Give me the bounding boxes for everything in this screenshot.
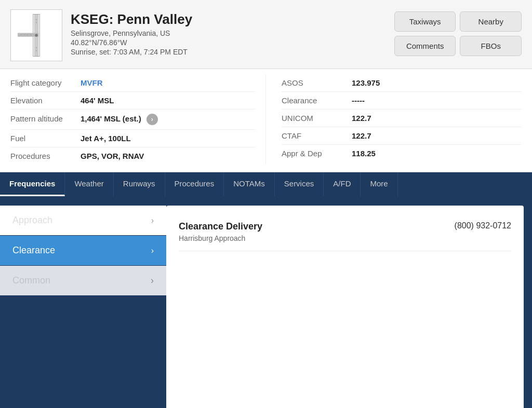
flight-category-label: Flight category [10, 78, 81, 87]
svg-point-6 [35, 34, 37, 36]
tab-bar: Frequencies Weather Runways Procedures N… [0, 172, 532, 197]
appr-dep-label: Appr & Dep [282, 149, 352, 158]
freq-detail-subtitle: Harrisburg Approach [179, 234, 262, 242]
tab-procedures[interactable]: Procedures [165, 172, 224, 196]
comments-button[interactable]: Comments [394, 36, 456, 56]
ctaf-value: 122.7 [352, 131, 371, 140]
appr-dep-row: Appr & Dep 118.25 [282, 145, 522, 162]
freq-detail-title: Clearance Delivery [179, 221, 262, 232]
elevation-value: 464' MSL [81, 96, 114, 105]
freq-item-clearance[interactable]: Clearance › [0, 236, 166, 265]
fuel-row: Fuel Jet A+, 100LL [10, 130, 255, 147]
taxiways-button[interactable]: Taxiways [394, 11, 456, 32]
airport-header-left: KSEG: Penn Valley Selinsgrove, Pennsylva… [10, 9, 192, 61]
procedures-row: Procedures GPS, VOR, RNAV [10, 147, 255, 165]
elevation-label: Elevation [10, 96, 81, 105]
freq-detail: Clearance Delivery Harrisburg Approach (… [166, 206, 524, 408]
tab-notams[interactable]: NOTAMs [224, 172, 275, 196]
airport-title: KSEG: Penn Valley [71, 11, 192, 28]
data-grid: Flight category MVFR Elevation 464' MSL … [0, 69, 532, 172]
content-area: Approach › Clearance › Common › Clearanc… [0, 197, 532, 408]
flight-category-row: Flight category MVFR [10, 74, 255, 92]
freq-item-clearance-label: Clearance [12, 245, 55, 256]
freq-item-approach-label: Approach [12, 215, 52, 226]
approach-chevron-icon: › [151, 216, 154, 225]
elevation-row: Elevation 464' MSL [10, 92, 255, 110]
header-buttons: Taxiways Nearby Comments FBOs [394, 9, 522, 56]
asos-label: ASOS [282, 78, 352, 87]
pattern-altitude-row: Pattern altitude 1,464' MSL (est.) › [10, 110, 255, 130]
fuel-value: Jet A+, 100LL [81, 134, 131, 143]
unicom-row: UNICOM 122.7 [282, 110, 522, 127]
pattern-altitude-label: Pattern altitude [10, 114, 81, 123]
data-col-left: Flight category MVFR Elevation 464' MSL … [10, 74, 266, 165]
tab-runways[interactable]: Runways [114, 172, 165, 196]
airport-info: KSEG: Penn Valley Selinsgrove, Pennsylva… [71, 9, 192, 56]
freq-detail-phone[interactable]: (800) 932-0712 [455, 221, 511, 230]
freq-item-approach[interactable]: Approach › [0, 206, 166, 235]
fuel-label: Fuel [10, 134, 81, 143]
airport-coords: 40.82°N/76.86°W [71, 38, 192, 47]
procedures-label: Procedures [10, 152, 81, 160]
appr-dep-value: 118.25 [352, 149, 376, 158]
asos-value: 123.975 [352, 78, 380, 87]
airport-diagram [10, 9, 62, 61]
data-col-right: ASOS 123.975 Clearance ----- UNICOM 122.… [266, 74, 522, 165]
ctaf-label: CTAF [282, 131, 352, 140]
asos-row: ASOS 123.975 [282, 74, 522, 92]
airport-sun: Sunrise, set: 7:03 AM, 7:24 PM EDT [71, 48, 192, 56]
tab-services[interactable]: Services [275, 172, 324, 196]
ctaf-row: CTAF 122.7 [282, 127, 522, 145]
freq-detail-info: Clearance Delivery Harrisburg Approach [179, 221, 262, 246]
freq-item-common-label: Common [12, 275, 50, 286]
unicom-label: UNICOM [282, 114, 352, 123]
freq-list: Approach › Clearance › Common › [0, 197, 166, 408]
tab-weather[interactable]: Weather [65, 172, 113, 196]
tab-frequencies[interactable]: Frequencies [0, 172, 65, 196]
common-chevron-icon: › [151, 275, 154, 286]
pattern-altitude-value: 1,464' MSL (est.) › [81, 114, 158, 125]
procedures-value: GPS, VOR, RNAV [81, 152, 144, 160]
fbos-button[interactable]: FBOs [460, 36, 522, 56]
clearance-row: Clearance ----- [282, 92, 522, 110]
pattern-arrow-icon[interactable]: › [147, 114, 158, 125]
freq-item-common[interactable]: Common › [0, 266, 166, 295]
tab-more[interactable]: More [361, 172, 397, 196]
unicom-value: 122.7 [352, 114, 371, 123]
nearby-button[interactable]: Nearby [460, 11, 522, 32]
flight-category-value: MVFR [81, 78, 103, 87]
clearance-chevron-icon: › [151, 246, 154, 255]
tab-afd[interactable]: A/FD [324, 172, 361, 196]
clearance-label: Clearance [282, 96, 352, 105]
clearance-value: ----- [352, 96, 365, 105]
airport-header: KSEG: Penn Valley Selinsgrove, Pennsylva… [0, 0, 532, 69]
airport-location: Selinsgrove, Pennsylvania, US [71, 29, 192, 37]
freq-detail-row: Clearance Delivery Harrisburg Approach (… [179, 216, 511, 251]
